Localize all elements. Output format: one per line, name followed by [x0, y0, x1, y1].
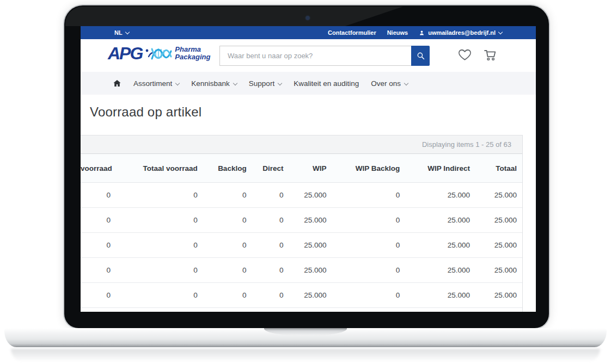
table-cell: 0: [332, 291, 405, 299]
nav-item-kennisbank[interactable]: Kennisbank: [191, 79, 237, 88]
table-row: 0 0 0 0 25.000 0 25.000 25.000: [81, 258, 522, 283]
table-cell: 25.000: [289, 241, 332, 249]
table-cell: 0: [116, 241, 203, 249]
table-cell: 0: [203, 241, 252, 249]
search-input[interactable]: [219, 46, 411, 66]
nav-label: Support: [249, 79, 274, 88]
brand-tagline-line1: Pharma: [175, 45, 201, 53]
table-cell: 0: [203, 291, 252, 299]
nav-item-kwaliteit-en-auditing[interactable]: Kwaliteit en auditing: [294, 79, 359, 88]
nav-item-support[interactable]: Support: [249, 79, 282, 88]
heart-icon: [457, 47, 472, 62]
top-utility-bar: NL Contactformulier Nieuws uwmailadres@b…: [81, 26, 536, 39]
nav-item-over-ons[interactable]: Over ons: [371, 79, 408, 88]
chevron-down-icon: [278, 81, 282, 85]
nav-label: Kennisbank: [191, 79, 230, 88]
search-button[interactable]: [411, 46, 430, 66]
table-row: 0 0 0 0 25.000 0 25.000 25.000: [81, 183, 522, 208]
table-cell: 0: [332, 266, 405, 274]
cart-button[interactable]: [482, 46, 498, 63]
pagination-status: Displaying items 1 - 25 of 63: [422, 140, 511, 149]
table-cell: 0: [203, 266, 252, 274]
nav-home-link[interactable]: [113, 79, 121, 88]
table-row: 0 0 0 0 25.000 0 25.000 25.000: [81, 233, 522, 258]
table-cell: 0: [81, 266, 116, 274]
link-contactformulier[interactable]: Contactformulier: [328, 29, 376, 36]
chevron-down-icon: [125, 30, 129, 34]
table-cell: 25.000: [405, 216, 475, 224]
table-header-row: voorraad Totaal voorraad Backlog Direct …: [81, 154, 522, 183]
table-cell: 0: [252, 266, 289, 274]
webcam-icon: [306, 16, 309, 20]
browser-viewport: NL Contactformulier Nieuws uwmailadres@b…: [81, 26, 536, 312]
column-header-totaal-voorraad: Totaal voorraad: [116, 164, 203, 172]
chevron-down-icon: [175, 81, 180, 85]
column-header-direct: Direct: [252, 164, 289, 172]
chevron-down-icon: [498, 30, 503, 34]
table-cell: 0: [116, 191, 203, 199]
column-header-wip-backlog: WIP Backlog: [332, 164, 405, 172]
cart-icon: [482, 47, 498, 62]
nav-label: Over ons: [371, 79, 401, 88]
laptop-frame: NL Contactformulier Nieuws uwmailadres@b…: [64, 5, 549, 328]
table-cell: 25.000: [475, 241, 522, 249]
table-cell: 0: [81, 241, 116, 249]
home-icon: [113, 79, 121, 88]
table-status-bar: Displaying items 1 - 25 of 63: [81, 135, 522, 154]
link-label: Nieuws: [387, 29, 408, 36]
chevron-down-icon: [233, 81, 237, 85]
brand-logo[interactable]: APG Pharma Packaging: [108, 44, 210, 63]
table-cell: 0: [81, 216, 116, 224]
table-cell: 0: [252, 291, 289, 299]
table-cell: 0: [252, 241, 289, 249]
account-menu[interactable]: uwmailadres@bedrijf.nl: [419, 29, 502, 36]
link-nieuws[interactable]: Nieuws: [387, 29, 408, 36]
table-cell: 0: [203, 191, 252, 199]
language-label: NL: [114, 29, 123, 36]
main-navigation: Assortiment Kennisbank Support Kwaliteit…: [81, 72, 536, 95]
table-cell: 25.000: [405, 291, 475, 299]
link-label: Contactformulier: [328, 29, 376, 36]
table-cell: 0: [252, 191, 289, 199]
table-cell: 0: [203, 216, 252, 224]
table-cell: 0: [252, 216, 289, 224]
table-cell: 25.000: [289, 191, 332, 199]
table-cell: 25.000: [475, 216, 522, 224]
column-header-wip: WIP: [289, 164, 332, 172]
nav-label: Assortiment: [133, 79, 172, 88]
column-header-voorraad: voorraad: [81, 164, 116, 172]
table-row: 0 0 0 0 25.000 0 25.000 25.000: [81, 208, 522, 233]
topbar-right: Contactformulier Nieuws uwmailadres@bedr…: [328, 29, 502, 36]
table-cell: 25.000: [405, 266, 475, 274]
table-cell: 25.000: [289, 216, 332, 224]
table-cell: 25.000: [475, 266, 522, 274]
table-cell: 25.000: [405, 241, 475, 249]
table-cell: 0: [332, 241, 405, 249]
table-cell: 0: [116, 291, 203, 299]
table-cell: 25.000: [475, 291, 522, 299]
brand-tagline: Pharma Packaging: [175, 46, 210, 61]
table-cell: 0: [81, 291, 116, 299]
table-cell: 25.000: [289, 266, 332, 274]
search-icon: [416, 51, 425, 60]
table-cell: 25.000: [475, 191, 522, 199]
brand-tagline-line2: Packaging: [175, 53, 210, 61]
table-row: 0 0 0 0 25.000 0 25.000 25.000: [81, 283, 522, 308]
stock-table: Displaying items 1 - 25 of 63 voorraad T…: [81, 135, 523, 312]
account-email: uwmailadres@bedrijf.nl: [428, 29, 496, 36]
site-header: APG Pharma Packaging: [81, 39, 536, 72]
nav-item-assortiment[interactable]: Assortiment: [133, 79, 179, 88]
column-header-backlog: Backlog: [203, 164, 252, 172]
clipped-next-row: [81, 308, 522, 312]
laptop-reflection: [11, 349, 600, 362]
topbar-left: NL: [114, 29, 129, 36]
table-cell: 0: [116, 216, 203, 224]
chevron-down-icon: [404, 81, 408, 85]
page-title: Voorraad op artikel: [90, 104, 201, 120]
table-cell: 25.000: [289, 291, 332, 299]
wishlist-button[interactable]: [456, 46, 473, 63]
language-selector[interactable]: NL: [114, 29, 129, 36]
table-cell: 0: [116, 266, 203, 274]
nav-label: Kwaliteit en auditing: [294, 79, 359, 88]
table-cell: 0: [332, 191, 405, 199]
